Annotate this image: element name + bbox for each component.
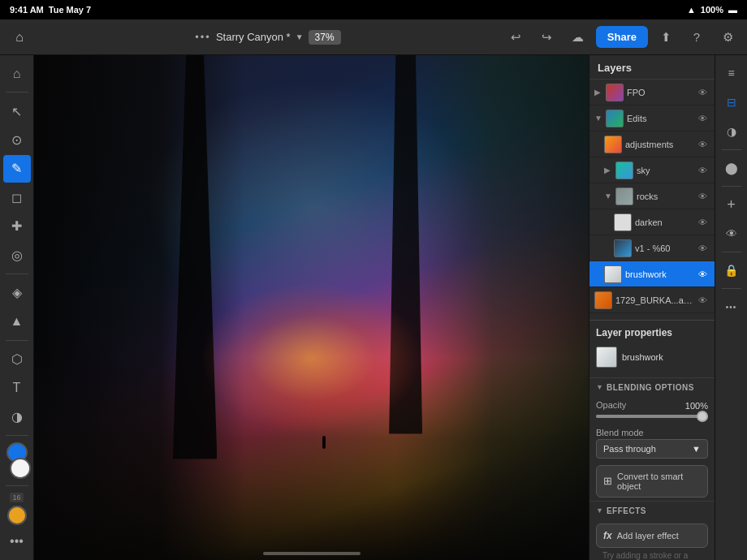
chevron-icon: ▼ (594, 114, 602, 123)
effects-header[interactable]: ▼ EFFECTS (589, 501, 715, 520)
opacity-slider-track[interactable] (596, 415, 708, 418)
visibility-icon[interactable]: 👁 (698, 140, 710, 149)
layer-thumbnail (606, 110, 624, 127)
opacity-row: Opacity 100% (589, 397, 715, 424)
tool-select[interactable]: ⊙ (3, 127, 31, 153)
blending-options-label: BLENDING OPTIONS (607, 383, 694, 392)
share-button[interactable]: Share (596, 26, 648, 48)
visibility-icon[interactable]: 👁 (698, 192, 710, 201)
effects-hint: Try adding a stroke or a drop shadow. (596, 548, 708, 561)
tool-dodge[interactable]: ◑ (3, 403, 31, 429)
tool-divider-4 (6, 435, 28, 436)
tool-transform[interactable]: ⬡ (3, 346, 31, 373)
chevron-icon: ▶ (594, 88, 602, 97)
tool-eyedropper[interactable]: ◈ (3, 279, 31, 306)
canvas-area[interactable] (34, 55, 589, 560)
visibility-icon[interactable]: 👁 (698, 243, 710, 253)
status-bar: 9:41 AM Tue May 7 ▲ 100% ▬ (0, 0, 747, 19)
tool-type[interactable]: T (3, 374, 31, 401)
opacity-label: Opacity (596, 400, 626, 410)
tool-clone[interactable]: ◎ (3, 241, 31, 268)
layer-item[interactable]: ▼ rocks 👁 (589, 183, 715, 209)
visibility-strip-button[interactable]: 👁 (719, 221, 745, 247)
toolbar-right: ↩ ↪ ☁ Share ⬆ ? ⚙ (503, 24, 741, 50)
horizon-glow (201, 282, 422, 434)
active-layer-color[interactable] (7, 506, 27, 525)
opacity-slider-fill (596, 415, 708, 418)
add-effect-button[interactable]: fx Add layer effect (596, 523, 708, 548)
status-left: 9:41 AM Tue May 7 (10, 5, 91, 15)
tool-home[interactable]: ⌂ (3, 60, 31, 87)
properties-strip-button[interactable]: ⊟ (719, 89, 745, 115)
layer-name: 1729_BURKA...anced-NR33 (615, 295, 695, 305)
home-button[interactable]: ⌂ (6, 24, 32, 50)
upload-button[interactable]: ⬆ (653, 24, 679, 50)
layer-item[interactable]: 1729_BURKA...anced-NR33 👁 (589, 287, 715, 313)
layer-thumbnail (594, 291, 612, 309)
layer-name: rocks (637, 192, 695, 201)
layer-props-title: Layer properties (596, 327, 708, 338)
tool-bucket[interactable]: ▲ (3, 308, 31, 334)
zoom-level[interactable]: 37% (309, 30, 341, 45)
lock-strip-button[interactable]: 🔒 (719, 257, 745, 283)
layer-item[interactable]: ▼ Edits 👁 (589, 106, 715, 131)
top-toolbar: ⌂ ••• Starry Canyon * ▼ 37% ↩ ↪ ☁ Share … (0, 19, 747, 55)
battery-text: 100% (701, 5, 723, 15)
chevron-icon[interactable]: ▼ (296, 32, 304, 41)
layer-props-thumbnail (596, 347, 617, 368)
more-tools-button[interactable]: ••• (3, 528, 31, 555)
tool-move[interactable]: ↖ (3, 97, 31, 124)
blend-mode-select[interactable]: Pass through ▼ (596, 439, 708, 459)
add-effect-label: Add layer effect (617, 531, 679, 541)
mask-strip-button[interactable]: ⬤ (719, 155, 745, 181)
layer-item-selected[interactable]: brushwork 👁 (589, 261, 715, 287)
background-color[interactable] (10, 458, 31, 479)
canvas-image (34, 55, 589, 560)
opacity-slider-thumb[interactable] (697, 411, 708, 422)
layer-name: Edits (627, 114, 695, 123)
convert-label: Convert to smart object (617, 472, 701, 491)
redo-button[interactable]: ↪ (534, 24, 560, 50)
adjustments-strip-button[interactable]: ◑ (719, 118, 745, 144)
tool-divider-3 (6, 340, 28, 341)
scroll-indicator (263, 552, 361, 555)
layer-thumbnail (604, 265, 622, 283)
opacity-value: 100% (685, 401, 708, 411)
convert-smart-object-button[interactable]: ⊞ Convert to smart object (596, 465, 708, 498)
visibility-icon[interactable]: 👁 (698, 166, 710, 175)
undo-button[interactable]: ↩ (503, 24, 529, 50)
layer-item[interactable]: ▶ FPO 👁 (589, 80, 715, 106)
cloud-button[interactable]: ☁ (565, 24, 591, 50)
chevron-icon: ▶ (604, 166, 612, 174)
document-title[interactable]: Starry Canyon * (216, 31, 291, 43)
strip-divider-4 (722, 288, 741, 289)
layer-props-item: brushwork (596, 343, 708, 371)
tool-divider-1 (6, 92, 28, 93)
collapse-arrow-icon: ▼ (596, 506, 603, 515)
add-strip-button[interactable]: + (719, 192, 745, 218)
opacity-value-row: Opacity 100% (596, 400, 708, 411)
layer-item[interactable]: ▶ sky 👁 (589, 157, 715, 183)
settings-button[interactable]: ⚙ (715, 24, 741, 50)
layers-strip-button[interactable]: ≡ (719, 60, 745, 86)
tool-heal[interactable]: ✚ (3, 213, 31, 239)
left-toolbar: ⌂ ↖ ⊙ ✎ ◻ ✚ ◎ ◈ ▲ ⬡ T ◑ 16 ••• (0, 55, 34, 560)
help-button[interactable]: ? (684, 24, 710, 50)
blending-options-header[interactable]: ▼ BLENDING OPTIONS (589, 377, 715, 397)
toolbar-left: ⌂ (6, 24, 32, 50)
tool-brush[interactable]: ✎ (3, 155, 31, 182)
visibility-icon[interactable]: 👁 (698, 295, 710, 305)
visibility-icon[interactable]: 👁 (698, 114, 710, 123)
visibility-icon[interactable]: 👁 (698, 269, 710, 279)
layer-properties-section: Layer properties brushwork ▼ BLENDING OP… (589, 321, 715, 561)
layer-count-badge: 16 (10, 493, 23, 502)
more-strip-button[interactable]: ••• (719, 294, 745, 320)
layer-item[interactable]: darken 👁 (589, 209, 715, 235)
layer-item[interactable]: v1 - %60 👁 (589, 235, 715, 261)
layer-item[interactable]: adjustments 👁 (589, 131, 715, 157)
layer-name: FPO (627, 88, 695, 97)
visibility-icon[interactable]: 👁 (698, 88, 710, 97)
tool-divider-5 (6, 485, 28, 486)
visibility-icon[interactable]: 👁 (698, 218, 710, 227)
tool-eraser[interactable]: ◻ (3, 184, 31, 211)
